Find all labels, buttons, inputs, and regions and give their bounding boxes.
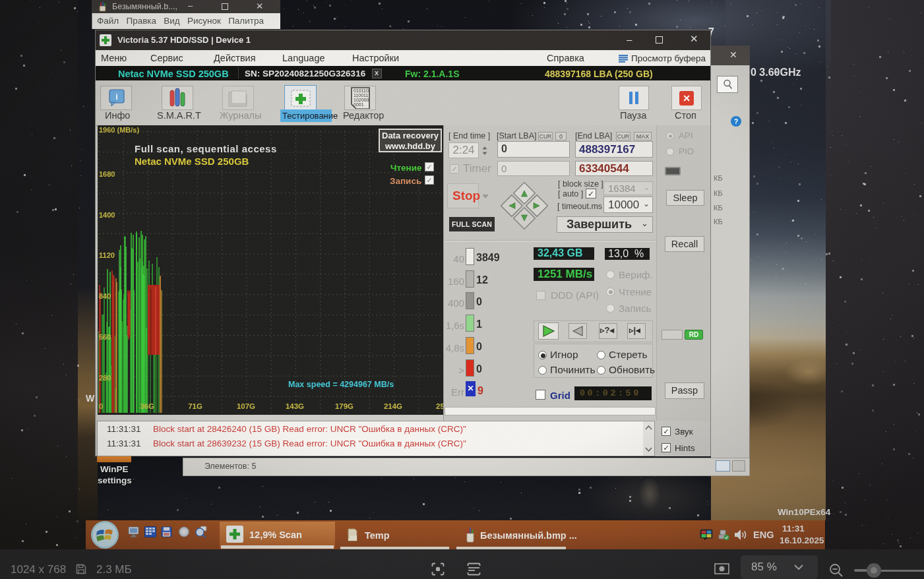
svg-text:110011: 110011 (354, 93, 368, 98)
svg-text:010110: 010110 (354, 88, 369, 93)
svg-text:102000: 102000 (354, 98, 369, 102)
svg-text:0001: 0001 (354, 102, 364, 107)
svg-text:i: i (115, 92, 118, 102)
